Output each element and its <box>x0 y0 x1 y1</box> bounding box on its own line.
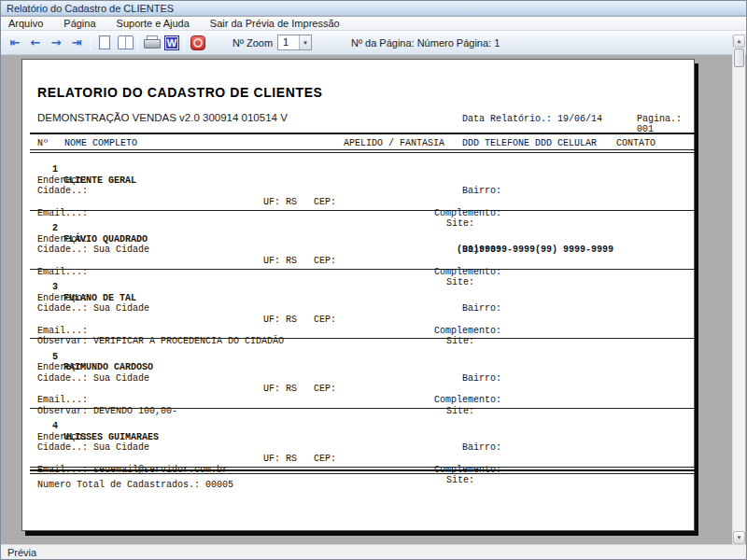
report-subheader: DEMONSTRAÇÃO VENDAS v2.0 300914 010514 V… <box>37 112 694 125</box>
record-name-row: 3 FULANO DE TAL <box>37 272 694 283</box>
record-email-row: Email...: seuemail@servidor.com.br Site: <box>37 454 694 465</box>
record-city-row: Cidade..: Sua Cidade UF: RS CEP: Complem… <box>37 293 694 304</box>
printer-icon <box>144 35 159 49</box>
word-icon: W <box>164 35 179 50</box>
column-name: NOME COMPLETO <box>64 138 137 148</box>
chevron-down-icon: ▼ <box>303 40 308 46</box>
window-title: Relatório do Cadastro de CLIENTES <box>7 3 174 14</box>
print-button[interactable] <box>141 33 162 53</box>
report-footer-total: Numero Total de Cadastrados.: 00005 <box>37 480 694 490</box>
page-view-group <box>94 31 135 54</box>
record-email-row: Email...: Site: <box>37 315 694 326</box>
column-contact: CONTATO <box>616 138 655 148</box>
record-name-row: 2 FLÁVIO QUADRADO (99)99999-9999(99) 999… <box>37 213 694 224</box>
record-blank-row <box>37 373 694 385</box>
next-page-button[interactable]: → <box>46 33 66 53</box>
single-page-icon <box>99 35 110 49</box>
column-num: Nº <box>37 138 49 148</box>
zoom-label: Nº Zoom <box>233 31 273 54</box>
export-word-button[interactable]: W <box>162 33 182 53</box>
toolbar-separator <box>91 35 92 50</box>
record-name-row: 1 CLIENTE GERAL <box>37 154 694 165</box>
single-page-view-button[interactable] <box>94 33 115 53</box>
menu-item-arquivo[interactable]: Arquivo <box>8 18 43 29</box>
record-city-row: Cidade..: Sua Cidade UF: RS CEP: Complem… <box>37 234 694 245</box>
record-blank-row <box>37 303 694 315</box>
record-blank-row <box>37 245 694 256</box>
record-separator <box>30 210 695 211</box>
scroll-up-icon: ▲ <box>737 38 742 44</box>
divider <box>30 149 695 153</box>
menu-bar: Arquivo Página Suporte e Ajuda Sair da P… <box>1 17 746 31</box>
scroll-down-icon: ▼ <box>737 535 742 540</box>
record-blank-row <box>37 442 694 454</box>
record-address-row: Endereço: Bairro: <box>37 164 694 175</box>
zoom-dropdown-button[interactable]: ▼ <box>299 35 311 49</box>
power-icon <box>190 35 205 50</box>
export-group: W <box>141 31 182 54</box>
record-address-row: Endereço: Bairro: <box>37 223 694 234</box>
report-subtitle: DEMONSTRAÇÃO VENDAS v2.0 300914 010514 V <box>37 112 288 123</box>
report-date: Data Relatório.: 19/06/14 <box>462 114 602 124</box>
menu-item-sair-previa[interactable]: Sair da Prévia de Impressão <box>210 18 340 29</box>
toolbar-separator <box>137 35 138 50</box>
report-title: RELATORIO DO CADASTRO DE CLIENTES <box>37 85 694 100</box>
exit-group <box>188 31 208 54</box>
client-record: 4 ULISSES GUIMARAES Endereço: Bairro: Ci… <box>37 411 694 468</box>
site-label: Site: <box>446 475 474 486</box>
record-email-row: Email...: Site: <box>37 384 694 395</box>
client-record: 3 FULANO DE TAL Endereço: Bairro: Cidade… <box>37 272 694 340</box>
record-address-row: Endereço: Bairro: <box>37 352 694 363</box>
record-name-row: 5 RAIMUNDO CARDOSO <box>37 341 694 352</box>
column-phones: DDD TELEFONE DDD CELULAR <box>462 138 597 148</box>
toolbar-separator <box>184 35 185 50</box>
record-name-row: 4 ULISSES GUIMARAES <box>37 411 694 422</box>
divider <box>30 133 695 134</box>
complement-label: Complemento: <box>434 465 501 476</box>
page-nav-group: ⇤ ← → ⇥ <box>5 31 87 54</box>
first-page-button[interactable]: ⇤ <box>5 33 25 53</box>
record-address-row: Endereço: Bairro: <box>37 421 694 432</box>
scroll-down-button[interactable]: ▼ <box>733 531 745 544</box>
window-titlebar[interactable]: Relatório do Cadastro de CLIENTES <box>1 1 746 16</box>
column-header-row: Nº NOME COMPLETO APELIDO / FANTASIA DDD … <box>37 138 694 149</box>
scroll-up-button[interactable]: ▲ <box>733 35 745 48</box>
record-city-row: Cidade..: Sua Cidade UF: RS CEP: Complem… <box>37 432 694 443</box>
next-page-icon: → <box>51 36 62 49</box>
status-bar: Prévia <box>1 544 746 559</box>
previous-page-icon: ← <box>31 36 41 49</box>
zoom-value: 1 <box>278 35 299 49</box>
record-separator <box>30 269 695 270</box>
preview-area: RELATORIO DO CADASTRO DE CLIENTES DEMONS… <box>1 55 746 544</box>
record-email-row: Email...: Site: <box>37 256 694 267</box>
record-observation-row: Observar: DEVENDO 100,00- <box>37 395 694 406</box>
record-observation-row: Observar: VERIFICAR A PROCEDENCIA DO CID… <box>37 326 694 337</box>
menu-item-pagina[interactable]: Página <box>63 18 95 29</box>
client-record: 5 RAIMUNDO CARDOSO Endereço: Bairro: Cid… <box>37 341 694 409</box>
menu-item-suporte[interactable]: Suporte e Ajuda <box>117 18 190 29</box>
record-city-row: Cidade..: UF: RS CEP: Complemento: <box>37 175 694 187</box>
close-preview-button[interactable] <box>188 33 208 53</box>
email-field: Email...: seuemail@servidor.com.br <box>37 465 228 476</box>
first-page-icon: ⇤ <box>10 36 21 49</box>
last-page-button[interactable]: ⇥ <box>66 33 87 53</box>
vertical-scrollbar[interactable]: ▲ ▼ <box>732 35 745 544</box>
record-address-row: Endereço: Bairro: <box>37 282 694 293</box>
scrollbar-thumb[interactable] <box>734 49 744 67</box>
record-city-row: Cidade..: Sua Cidade UF: RS CEP: Complem… <box>37 362 694 373</box>
client-record: 1 CLIENTE GERAL Endereço: Bairro: Cidade… <box>37 154 694 211</box>
report-records: 1 CLIENTE GERAL Endereço: Bairro: Cidade… <box>37 154 694 468</box>
record-blank-row <box>37 186 694 197</box>
two-page-view-button[interactable] <box>115 33 135 53</box>
zoom-select[interactable]: 1 ▼ <box>277 35 312 50</box>
record-email-row: Email...: Site: <box>37 197 694 208</box>
client-record: 2 FLÁVIO QUADRADO (99)99999-9999(99) 999… <box>37 213 694 270</box>
status-text: Prévia <box>7 547 36 558</box>
last-page-icon: ⇥ <box>72 36 82 49</box>
previous-page-button[interactable]: ← <box>25 33 46 53</box>
report-page-number: Pagina.: 001 <box>637 114 694 134</box>
report-page: RELATORIO DO CADASTRO DE CLIENTES DEMONS… <box>21 59 695 531</box>
toolbar: ⇤ ← → ⇥ W Nº Zoom 1 ▼ Nº da Página: Núme… <box>1 31 746 55</box>
column-alias: APELIDO / FANTASIA <box>344 138 444 148</box>
page-number-info: Nº da Página: Número Página: 1 <box>351 31 500 54</box>
